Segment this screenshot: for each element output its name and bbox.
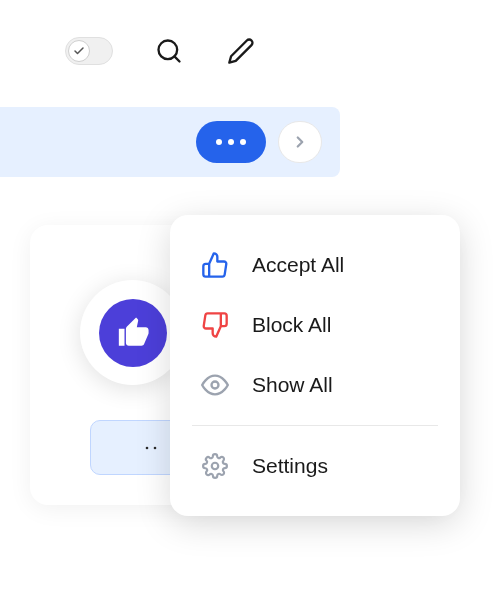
dot-icon — [228, 139, 234, 145]
menu-item-label: Show All — [252, 373, 333, 397]
eye-icon — [200, 370, 230, 400]
ellipsis-icon — [144, 443, 166, 453]
menu-item-label: Settings — [252, 454, 328, 478]
pencil-icon — [227, 37, 255, 65]
thumbs-up-icon — [116, 316, 150, 350]
chevron-right-icon — [291, 133, 309, 151]
toggle-knob — [68, 40, 90, 62]
menu-item-show-all[interactable]: Show All — [170, 355, 460, 415]
thumbs-up-outline-icon — [200, 250, 230, 280]
thumb-badge — [99, 299, 167, 367]
menu-item-settings[interactable]: Settings — [170, 436, 460, 496]
thumbs-down-outline-icon — [200, 310, 230, 340]
menu-item-label: Accept All — [252, 253, 344, 277]
menu-item-accept-all[interactable]: Accept All — [170, 235, 460, 295]
svg-point-3 — [154, 446, 157, 449]
actions-menu: Accept All Block All Show All Settings — [170, 215, 460, 516]
enable-toggle[interactable] — [65, 37, 113, 65]
menu-item-label: Block All — [252, 313, 331, 337]
next-button[interactable] — [278, 121, 322, 163]
top-toolbar — [0, 0, 504, 67]
dot-icon — [216, 139, 222, 145]
svg-point-2 — [146, 446, 149, 449]
search-button[interactable] — [153, 35, 185, 67]
svg-point-4 — [212, 382, 219, 389]
svg-line-1 — [174, 56, 179, 61]
more-options-button[interactable] — [196, 121, 266, 163]
svg-point-5 — [212, 463, 219, 470]
selection-bar — [0, 107, 340, 177]
gear-icon — [200, 451, 230, 481]
check-icon — [73, 45, 85, 57]
search-icon — [155, 37, 183, 65]
dot-icon — [240, 139, 246, 145]
edit-button[interactable] — [225, 35, 257, 67]
menu-divider — [192, 425, 438, 426]
menu-item-block-all[interactable]: Block All — [170, 295, 460, 355]
